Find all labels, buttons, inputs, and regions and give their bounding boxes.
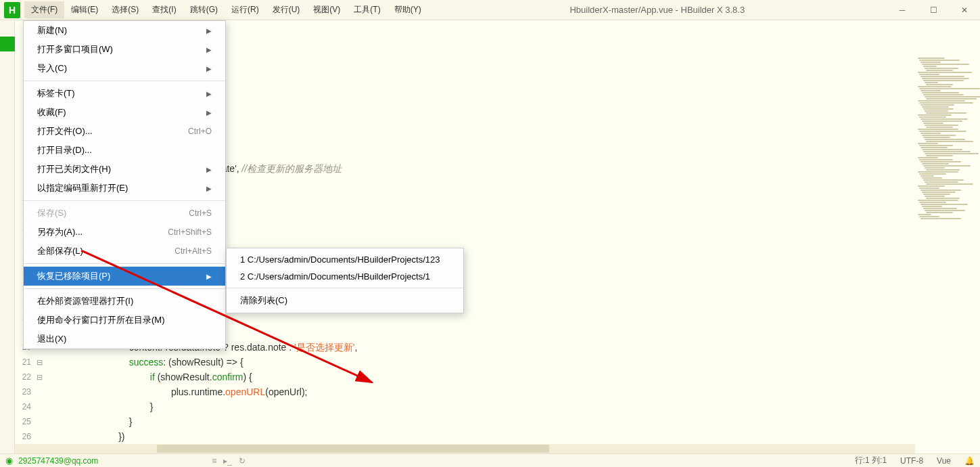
menu-9[interactable]: 帮助(Y) [388, 1, 428, 18]
file-menu-item-2[interactable]: 导入(C)▶ [24, 59, 225, 78]
horizontal-scroll-thumb[interactable] [157, 445, 549, 453]
file-menu-item-13[interactable]: 全部保存(L)Ctrl+Alt+S [24, 242, 225, 261]
menu-6[interactable]: 发行(U) [266, 1, 307, 18]
notification-icon[interactable]: 🔔 [964, 456, 975, 466]
window-controls: ─ ☐ ✕ [887, 0, 980, 20]
app-icon: H [4, 2, 20, 18]
list-icon[interactable]: ≡ [212, 456, 216, 466]
file-menu-item-18[interactable]: 使用命令行窗口打开所在目录(M) [24, 311, 225, 330]
user-icon: ◉ [5, 455, 13, 466]
file-menu-item-9[interactable]: 以指定编码重新打开(E)▶ [24, 179, 225, 198]
sidebar-tab-active[interactable] [0, 37, 15, 51]
minimap[interactable] [915, 20, 980, 453]
window-title: HbuilderX-master/App.vue - HBuilder X 3.… [428, 5, 887, 15]
menu-3[interactable]: 查找(I) [145, 1, 183, 18]
horizontal-scrollbar[interactable] [15, 444, 915, 453]
status-encoding[interactable]: UTF-8 [900, 456, 923, 466]
left-sidebar [0, 20, 15, 453]
menu-5[interactable]: 运行(R) [225, 1, 266, 18]
file-menu-item-5[interactable]: 收藏(F)▶ [24, 103, 225, 122]
file-menu-dropdown[interactable]: 新建(N)▶打开多窗口项目(W)▶导入(C)▶标签卡(T)▶收藏(F)▶打开文件… [23, 20, 226, 349]
file-menu-item-15[interactable]: 恢复已移除项目(P)▶ [24, 267, 225, 286]
maximize-button[interactable]: ☐ [918, 0, 949, 20]
close-button[interactable]: ✕ [949, 0, 980, 20]
terminal-icon[interactable]: ▸_ [223, 456, 232, 466]
menu-1[interactable]: 编辑(E) [64, 1, 105, 18]
file-menu-item-11[interactable]: 保存(S)Ctrl+S [24, 204, 225, 223]
menubar: 文件(F)编辑(E)选择(S)查找(I)跳转(G)运行(R)发行(U)视图(V)… [24, 1, 428, 18]
submenu-item-3[interactable]: 清除列表(C) [227, 291, 463, 310]
file-menu-item-8[interactable]: 打开已关闭文件(H)▶ [24, 160, 225, 179]
status-lang[interactable]: Vue [937, 456, 951, 466]
menu-2[interactable]: 选择(S) [105, 1, 145, 18]
submenu-item-0[interactable]: 1 C:/Users/admin/Documents/HBuilderProje… [227, 251, 463, 268]
restore-removed-submenu[interactable]: 1 C:/Users/admin/Documents/HBuilderProje… [226, 248, 464, 313]
titlebar: H 文件(F)编辑(E)选择(S)查找(I)跳转(G)运行(R)发行(U)视图(… [0, 0, 980, 20]
status-rowcol[interactable]: 行:1 列:1 [855, 455, 887, 466]
menu-8[interactable]: 工具(T) [347, 1, 387, 18]
menu-0[interactable]: 文件(F) [24, 1, 64, 18]
file-menu-item-4[interactable]: 标签卡(T)▶ [24, 84, 225, 103]
file-menu-item-19[interactable]: 退出(X) [24, 330, 225, 349]
menu-4[interactable]: 跳转(G) [183, 1, 225, 18]
file-menu-item-1[interactable]: 打开多窗口项目(W)▶ [24, 40, 225, 59]
file-menu-item-0[interactable]: 新建(N)▶ [24, 21, 225, 40]
status-email[interactable]: 2925747439@qq.com [18, 456, 98, 466]
file-menu-item-12[interactable]: 另存为(A)...Ctrl+Shift+S [24, 223, 225, 242]
file-menu-item-17[interactable]: 在外部资源管理器打开(I) [24, 292, 225, 311]
minimize-button[interactable]: ─ [887, 0, 918, 20]
menu-7[interactable]: 视图(V) [306, 1, 347, 18]
file-menu-item-6[interactable]: 打开文件(O)...Ctrl+O [24, 122, 225, 141]
sync-icon[interactable]: ↻ [239, 456, 246, 466]
file-menu-item-7[interactable]: 打开目录(D)... [24, 141, 225, 160]
submenu-item-1[interactable]: 2 C:/Users/admin/Documents/HBuilderProje… [227, 268, 463, 285]
statusbar: ◉ 2925747439@qq.com ≡ ▸_ ↻ 行:1 列:1 UTF-8… [0, 453, 980, 467]
